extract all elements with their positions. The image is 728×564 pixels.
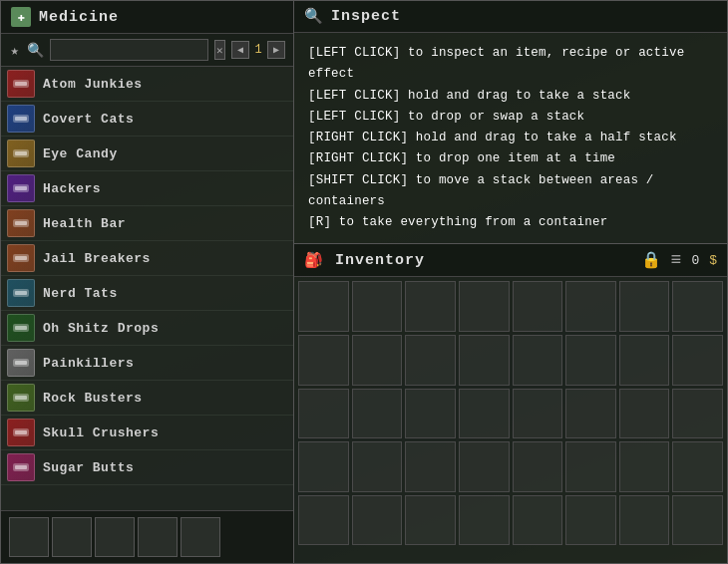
medicine-title: Medicine: [39, 9, 119, 26]
item-row-oh-shitz-drops[interactable]: Oh Shitz Drops: [1, 311, 293, 346]
item-thumb-nerd-tats: [7, 279, 35, 307]
inventory-slot-28[interactable]: [513, 441, 563, 492]
inspect-line-2: [LEFT CLICK] hold and drag to take a sta…: [308, 86, 713, 107]
inventory-slot-31[interactable]: [672, 441, 723, 492]
inventory-slot-21[interactable]: [565, 389, 616, 439]
inventory-slot-30[interactable]: [619, 441, 670, 492]
equipment-slot-2[interactable]: [52, 517, 92, 557]
inventory-slot-29[interactable]: [565, 441, 616, 492]
item-name-rock-busters: Rock Busters: [43, 391, 143, 406]
inventory-slot-38[interactable]: [619, 495, 670, 546]
item-name-hackers: Hackers: [43, 181, 101, 196]
item-row-health-bar[interactable]: Health Bar: [1, 206, 293, 241]
inventory-slot-13[interactable]: [565, 335, 616, 386]
equipment-slot-5[interactable]: [181, 517, 220, 557]
inventory-slot-34[interactable]: [405, 495, 456, 546]
inventory-slot-10[interactable]: [405, 335, 456, 386]
inventory-slot-23[interactable]: [672, 389, 723, 439]
search-input[interactable]: [50, 39, 208, 61]
item-name-atom-junkies: Atom Junkies: [43, 77, 143, 92]
currency-symbol: $: [709, 253, 717, 268]
inventory-slot-14[interactable]: [619, 335, 670, 386]
svg-rect-11: [15, 256, 27, 260]
inventory-slot-9[interactable]: [352, 335, 403, 386]
equipment-slot-1[interactable]: [9, 517, 49, 557]
item-name-covert-cats: Covert Cats: [43, 112, 134, 127]
item-thumb-painkillers: [7, 349, 35, 377]
inventory-slot-18[interactable]: [405, 389, 456, 439]
inspect-header: 🔍 Inspect: [294, 1, 727, 33]
inventory-slot-15[interactable]: [672, 335, 723, 386]
inventory-slot-0[interactable]: [298, 281, 349, 332]
inventory-slot-27[interactable]: [459, 441, 510, 492]
item-thumb-health-bar: [7, 209, 35, 237]
inspect-title: Inspect: [331, 8, 401, 25]
inventory-slot-35[interactable]: [459, 495, 510, 546]
inventory-slot-25[interactable]: [352, 441, 403, 492]
item-row-covert-cats[interactable]: Covert Cats: [1, 102, 293, 137]
inventory-slot-4[interactable]: [513, 281, 563, 332]
inventory-slot-17[interactable]: [352, 389, 403, 439]
inventory-grid: [294, 277, 727, 563]
star-icon[interactable]: ★: [9, 39, 21, 61]
medicine-header: ✚ Medicine: [1, 1, 293, 34]
main-container: ✚ Medicine ★ 🔍 ✕ ◀ 1 ▶ Atom JunkiesCover…: [0, 0, 728, 564]
item-name-health-bar: Health Bar: [43, 216, 126, 231]
inspect-body: [LEFT CLICK] to inspect an item, recipe …: [294, 33, 727, 243]
inventory-slot-1[interactable]: [352, 281, 403, 332]
inventory-slot-39[interactable]: [672, 495, 723, 546]
item-row-sugar-butts[interactable]: Sugar Butts: [1, 450, 293, 485]
inventory-slot-8[interactable]: [298, 335, 349, 386]
inventory-slot-2[interactable]: [405, 281, 456, 332]
medicine-icon: ✚: [11, 7, 31, 27]
clear-search-button[interactable]: ✕: [214, 40, 225, 60]
equipment-slot-4[interactable]: [138, 517, 178, 557]
item-row-eye-candy[interactable]: Eye Candy: [1, 137, 293, 171]
inventory-slot-20[interactable]: [513, 389, 563, 439]
item-thumb-covert-cats: [7, 105, 35, 133]
item-row-rock-busters[interactable]: Rock Busters: [1, 381, 293, 416]
inventory-slot-11[interactable]: [459, 335, 510, 386]
item-row-atom-junkies[interactable]: Atom Junkies: [1, 67, 293, 102]
equipment-slot-3[interactable]: [95, 517, 135, 557]
inspect-line-3: [LEFT CLICK] to drop or swap a stack: [308, 107, 713, 128]
inventory-slot-32[interactable]: [298, 495, 349, 546]
item-thumb-rock-busters: [7, 384, 35, 412]
sort-icon[interactable]: ≡: [671, 250, 682, 270]
inventory-slot-37[interactable]: [565, 495, 616, 546]
inventory-slot-5[interactable]: [565, 281, 616, 332]
search-icon: 🔍: [27, 39, 44, 61]
item-row-skull-crushers[interactable]: Skull Crushers: [1, 416, 293, 450]
item-row-jail-breakers[interactable]: Jail Breakers: [1, 241, 293, 276]
svg-rect-9: [15, 221, 27, 225]
lock-icon[interactable]: 🔒: [641, 250, 661, 270]
inventory-slot-33[interactable]: [352, 495, 403, 546]
inventory-slot-16[interactable]: [298, 389, 349, 439]
svg-rect-7: [15, 186, 27, 190]
inventory-slot-24[interactable]: [298, 441, 349, 492]
item-row-painkillers[interactable]: Painkillers: [1, 346, 293, 381]
bottom-equipment-slots: [1, 510, 293, 563]
nav-arrows: ◀ 1 ▶: [231, 41, 285, 59]
item-thumb-hackers: [7, 174, 35, 202]
inventory-slot-26[interactable]: [405, 441, 456, 492]
next-page-button[interactable]: ▶: [267, 41, 285, 59]
svg-rect-3: [15, 117, 27, 121]
inventory-title: Inventory: [335, 252, 633, 269]
prev-page-button[interactable]: ◀: [231, 41, 249, 59]
item-thumb-sugar-butts: [7, 453, 35, 481]
inventory-slot-6[interactable]: [619, 281, 670, 332]
item-row-hackers[interactable]: Hackers: [1, 171, 293, 206]
inventory-slot-12[interactable]: [513, 335, 563, 386]
right-panel: 🔍 Inspect [LEFT CLICK] to inspect an ite…: [294, 0, 728, 564]
inventory-slot-7[interactable]: [672, 281, 723, 332]
item-name-nerd-tats: Nerd Tats: [43, 286, 118, 301]
inventory-slot-3[interactable]: [459, 281, 510, 332]
svg-rect-21: [15, 430, 27, 434]
item-name-jail-breakers: Jail Breakers: [43, 251, 151, 266]
inventory-slot-36[interactable]: [513, 495, 563, 546]
svg-rect-17: [15, 361, 27, 365]
inventory-slot-22[interactable]: [619, 389, 670, 439]
item-row-nerd-tats[interactable]: Nerd Tats: [1, 276, 293, 311]
inventory-slot-19[interactable]: [459, 389, 510, 439]
